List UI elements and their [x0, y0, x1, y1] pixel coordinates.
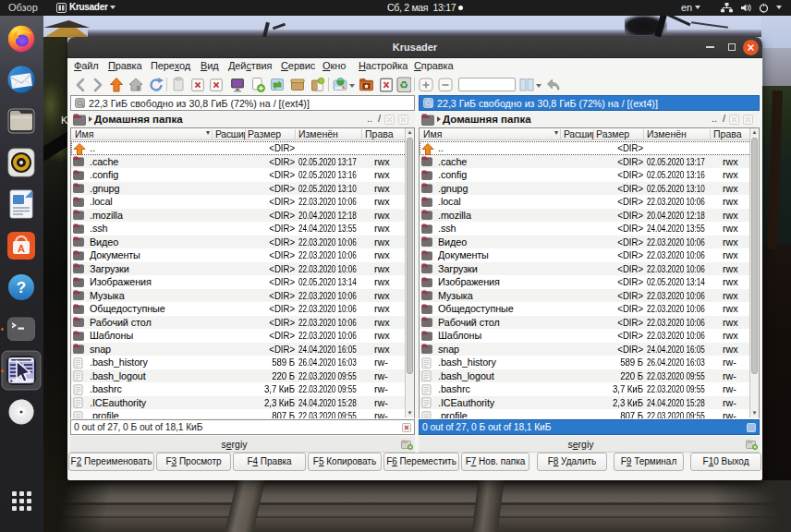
svg-text:A: A — [18, 243, 25, 254]
svg-text:?: ? — [17, 279, 26, 296]
svg-text:♻: ♻ — [399, 79, 408, 91]
